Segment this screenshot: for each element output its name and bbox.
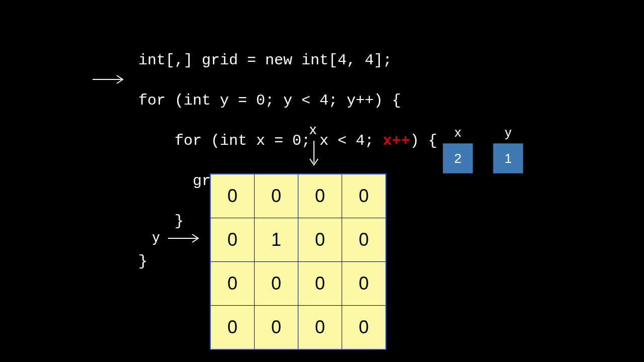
grid-cell: 0 <box>210 218 255 262</box>
grid-cell: 0 <box>255 306 298 350</box>
var-y: y 1 <box>493 125 523 173</box>
grid-cell: 0 <box>210 306 255 350</box>
grid-cell: 0 <box>342 306 386 350</box>
grid-cell: 0 <box>298 218 342 262</box>
grid-cell: 1 <box>255 218 298 262</box>
grid-cell: 0 <box>210 262 255 306</box>
grid-cell: 0 <box>342 218 386 262</box>
code-line-3: for (int x = 0; x < 4; x++) { <box>138 131 437 151</box>
x-axis-label: x <box>309 122 316 138</box>
x-arrow-down-icon <box>309 140 319 168</box>
variable-display: x 2 y 1 <box>443 125 523 173</box>
grid-cell: 0 <box>298 262 342 306</box>
grid-cell: 0 <box>255 174 298 218</box>
y-axis-label: y <box>152 229 159 245</box>
grid-cell: 0 <box>298 174 342 218</box>
y-arrow-right-icon <box>167 233 204 243</box>
grid-visualization: 0 0 0 0 0 1 0 0 0 0 0 0 0 0 0 0 <box>210 173 386 350</box>
var-y-value: 1 <box>493 143 523 173</box>
code-line-1: int[,] grid = new int[4, 4]; <box>138 50 437 70</box>
var-x: x 2 <box>443 125 473 173</box>
grid-cell: 0 <box>298 306 342 350</box>
grid-cell: 0 <box>342 262 386 306</box>
var-y-label: y <box>493 125 523 140</box>
grid-row: 0 0 0 0 <box>210 306 386 350</box>
var-x-label: x <box>443 125 473 140</box>
grid-row: 0 0 0 0 <box>210 174 386 218</box>
var-x-value: 2 <box>443 143 473 173</box>
grid-row: 0 0 0 0 <box>210 262 386 306</box>
grid-cell: 0 <box>210 174 255 218</box>
grid-cell: 0 <box>342 174 386 218</box>
grid-cell: 0 <box>255 262 298 306</box>
code-line-2: for (int y = 0; y < 4; y++) { <box>138 90 437 111</box>
grid-row: 0 1 0 0 <box>210 218 386 262</box>
grid-table: 0 0 0 0 0 1 0 0 0 0 0 0 0 0 0 0 <box>210 173 386 350</box>
current-expression: x++ <box>383 132 410 149</box>
execution-arrow-icon <box>92 74 129 84</box>
